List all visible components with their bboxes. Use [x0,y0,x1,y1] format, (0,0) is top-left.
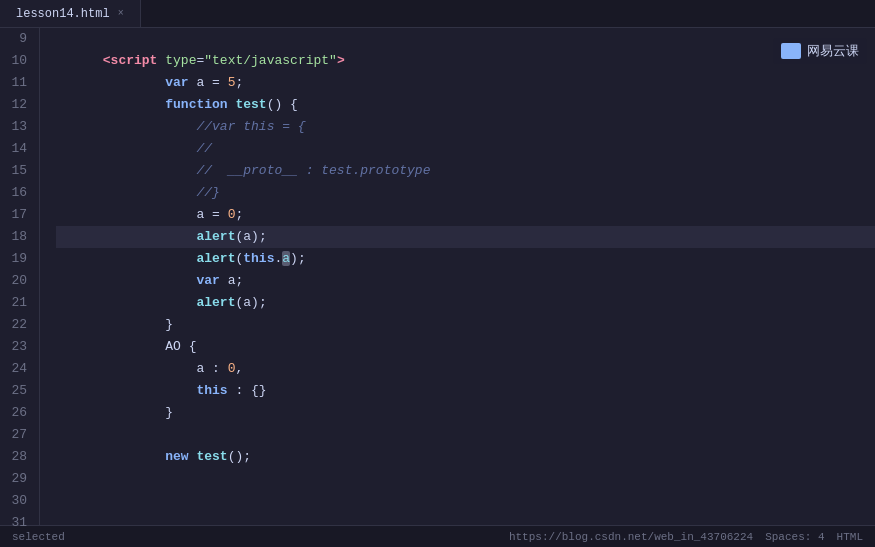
line-num-25: 25 [8,380,27,402]
line-num-15: 15 [8,160,27,182]
line-numbers: 9 10 11 12 13 14 15 16 17 18 19 20 21 22… [0,28,40,525]
line-num-24: 24 [8,358,27,380]
line-num-28: 28 [8,446,27,468]
code-line-29 [56,468,875,490]
video-icon [781,43,801,59]
line-num-19: 19 [8,248,27,270]
tab-filename: lesson14.html [16,7,110,21]
code-line-26 [56,402,875,424]
tab-close-icon[interactable]: × [118,8,124,19]
line-num-29: 29 [8,468,27,490]
line-num-13: 13 [8,116,27,138]
status-bar: selected https://blog.csdn.net/web_in_43… [0,525,875,547]
line-num-22: 22 [8,314,27,336]
line-num-18: 18 [8,226,27,248]
code-line-30 [56,490,875,512]
line-num-20: 20 [8,270,27,292]
code-line-27: new test(); [56,424,875,446]
line-num-12: 12 [8,94,27,116]
line-num-30: 30 [8,490,27,512]
line-num-11: 11 [8,72,27,94]
status-url: https://blog.csdn.net/web_in_43706224 [509,531,753,543]
code-line-31 [56,512,875,525]
line-num-17: 17 [8,204,27,226]
line-num-26: 26 [8,402,27,424]
status-filetype: HTML [837,531,863,543]
line-num-27: 27 [8,424,27,446]
line-num-23: 23 [8,336,27,358]
code-line-9: <script type="text/javascript"> [56,28,875,50]
line-num-21: 21 [8,292,27,314]
tab-bar: lesson14.html × [0,0,875,28]
line-num-9: 9 [8,28,27,50]
active-tab[interactable]: lesson14.html × [0,0,141,27]
editor-area: 9 10 11 12 13 14 15 16 17 18 19 20 21 22… [0,28,875,525]
watermark-text: 网易云课 [807,42,859,60]
line-num-31: 31 [8,512,27,534]
watermark: 网易云课 [773,38,867,64]
status-spaces: Spaces: 4 [765,531,824,543]
line-num-10: 10 [8,50,27,72]
code-editor[interactable]: <script type="text/javascript"> var a = … [40,28,875,525]
line-num-14: 14 [8,138,27,160]
line-num-16: 16 [8,182,27,204]
code-line-22: AO { [56,314,875,336]
status-right: https://blog.csdn.net/web_in_43706224 Sp… [509,531,863,543]
